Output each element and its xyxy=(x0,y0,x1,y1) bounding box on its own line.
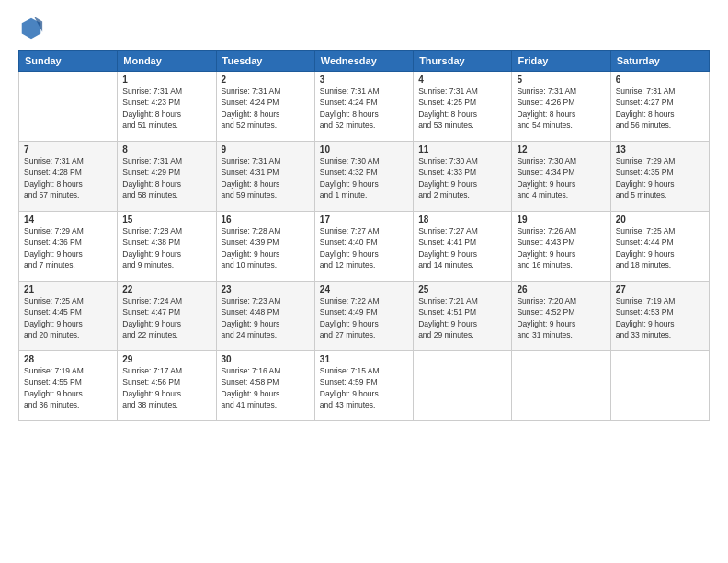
day-number: 19 xyxy=(517,214,605,224)
day-cell: 17Sunrise: 7:27 AM Sunset: 4:40 PM Dayli… xyxy=(314,212,413,282)
day-cell: 31Sunrise: 7:15 AM Sunset: 4:59 PM Dayli… xyxy=(314,351,413,421)
day-info: Sunrise: 7:30 AM Sunset: 4:33 PM Dayligh… xyxy=(418,155,506,201)
day-cell: 23Sunrise: 7:23 AM Sunset: 4:48 PM Dayli… xyxy=(216,282,314,351)
day-info: Sunrise: 7:20 AM Sunset: 4:52 PM Dayligh… xyxy=(517,295,605,340)
day-info: Sunrise: 7:24 AM Sunset: 4:47 PM Dayligh… xyxy=(122,295,210,340)
header xyxy=(18,15,710,40)
day-info: Sunrise: 7:31 AM Sunset: 4:23 PM Dayligh… xyxy=(122,86,210,131)
day-info: Sunrise: 7:31 AM Sunset: 4:27 PM Dayligh… xyxy=(616,86,704,131)
day-cell: 16Sunrise: 7:28 AM Sunset: 4:39 PM Dayli… xyxy=(216,212,314,282)
day-number: 23 xyxy=(222,284,310,294)
day-cell: 27Sunrise: 7:19 AM Sunset: 4:53 PM Dayli… xyxy=(610,282,709,351)
day-cell xyxy=(610,351,709,421)
day-number: 1 xyxy=(122,75,210,85)
day-cell: 22Sunrise: 7:24 AM Sunset: 4:47 PM Dayli… xyxy=(118,282,216,351)
day-number: 11 xyxy=(418,144,506,155)
day-number: 16 xyxy=(222,214,310,224)
week-row-4: 21Sunrise: 7:25 AM Sunset: 4:45 PM Dayli… xyxy=(19,282,710,351)
day-number: 28 xyxy=(24,354,112,364)
day-cell: 15Sunrise: 7:28 AM Sunset: 4:38 PM Dayli… xyxy=(118,212,216,282)
day-info: Sunrise: 7:25 AM Sunset: 4:44 PM Dayligh… xyxy=(616,225,704,270)
day-cell: 26Sunrise: 7:20 AM Sunset: 4:52 PM Dayli… xyxy=(512,282,610,351)
day-number: 18 xyxy=(418,214,506,224)
day-cell: 28Sunrise: 7:19 AM Sunset: 4:55 PM Dayli… xyxy=(19,351,118,421)
day-number: 6 xyxy=(616,75,704,85)
day-info: Sunrise: 7:28 AM Sunset: 4:38 PM Dayligh… xyxy=(122,225,210,270)
day-cell: 7Sunrise: 7:31 AM Sunset: 4:28 PM Daylig… xyxy=(19,142,118,212)
day-info: Sunrise: 7:23 AM Sunset: 4:48 PM Dayligh… xyxy=(222,295,310,340)
day-header-wednesday: Wednesday xyxy=(314,51,413,72)
day-cell: 10Sunrise: 7:30 AM Sunset: 4:32 PM Dayli… xyxy=(314,142,413,212)
logo xyxy=(18,15,48,40)
day-info: Sunrise: 7:19 AM Sunset: 4:53 PM Dayligh… xyxy=(616,295,704,340)
day-number: 30 xyxy=(222,354,310,364)
day-info: Sunrise: 7:31 AM Sunset: 4:29 PM Dayligh… xyxy=(122,155,210,201)
day-cell: 4Sunrise: 7:31 AM Sunset: 4:25 PM Daylig… xyxy=(414,72,512,142)
day-cell: 13Sunrise: 7:29 AM Sunset: 4:35 PM Dayli… xyxy=(610,142,709,212)
day-number: 13 xyxy=(616,144,704,155)
day-header-tuesday: Tuesday xyxy=(216,51,314,72)
day-number: 9 xyxy=(222,144,310,155)
day-info: Sunrise: 7:31 AM Sunset: 4:26 PM Dayligh… xyxy=(517,86,605,131)
day-cell: 2Sunrise: 7:31 AM Sunset: 4:24 PM Daylig… xyxy=(216,72,314,142)
day-info: Sunrise: 7:30 AM Sunset: 4:32 PM Dayligh… xyxy=(320,155,408,201)
day-number: 14 xyxy=(24,214,112,224)
day-cell: 21Sunrise: 7:25 AM Sunset: 4:45 PM Dayli… xyxy=(19,282,118,351)
day-header-saturday: Saturday xyxy=(610,51,709,72)
day-cell: 9Sunrise: 7:31 AM Sunset: 4:31 PM Daylig… xyxy=(216,142,314,212)
day-info: Sunrise: 7:22 AM Sunset: 4:49 PM Dayligh… xyxy=(320,295,408,340)
day-info: Sunrise: 7:29 AM Sunset: 4:35 PM Dayligh… xyxy=(616,155,704,201)
day-cell: 8Sunrise: 7:31 AM Sunset: 4:29 PM Daylig… xyxy=(118,142,216,212)
day-cell: 5Sunrise: 7:31 AM Sunset: 4:26 PM Daylig… xyxy=(512,72,610,142)
week-row-1: 1Sunrise: 7:31 AM Sunset: 4:23 PM Daylig… xyxy=(19,72,710,142)
day-number: 12 xyxy=(517,144,605,155)
day-cell: 29Sunrise: 7:17 AM Sunset: 4:56 PM Dayli… xyxy=(118,351,216,421)
day-info: Sunrise: 7:19 AM Sunset: 4:55 PM Dayligh… xyxy=(24,365,112,410)
day-info: Sunrise: 7:29 AM Sunset: 4:36 PM Dayligh… xyxy=(24,225,112,270)
days-header-row: SundayMondayTuesdayWednesdayThursdayFrid… xyxy=(19,51,710,72)
day-number: 3 xyxy=(320,75,408,85)
day-cell: 18Sunrise: 7:27 AM Sunset: 4:41 PM Dayli… xyxy=(414,212,512,282)
day-cell: 25Sunrise: 7:21 AM Sunset: 4:51 PM Dayli… xyxy=(414,282,512,351)
day-number: 27 xyxy=(616,284,704,294)
day-number: 24 xyxy=(320,284,408,294)
day-info: Sunrise: 7:30 AM Sunset: 4:34 PM Dayligh… xyxy=(517,155,605,201)
calendar-table: SundayMondayTuesdayWednesdayThursdayFrid… xyxy=(18,50,710,421)
day-info: Sunrise: 7:16 AM Sunset: 4:58 PM Dayligh… xyxy=(222,365,310,410)
day-number: 25 xyxy=(418,284,506,294)
day-cell: 24Sunrise: 7:22 AM Sunset: 4:49 PM Dayli… xyxy=(314,282,413,351)
day-header-friday: Friday xyxy=(512,51,610,72)
day-info: Sunrise: 7:17 AM Sunset: 4:56 PM Dayligh… xyxy=(122,365,210,410)
day-number: 31 xyxy=(320,354,408,364)
day-number: 21 xyxy=(24,284,112,294)
day-info: Sunrise: 7:25 AM Sunset: 4:45 PM Dayligh… xyxy=(24,295,112,340)
day-cell: 6Sunrise: 7:31 AM Sunset: 4:27 PM Daylig… xyxy=(610,72,709,142)
day-number: 26 xyxy=(517,284,605,294)
day-info: Sunrise: 7:26 AM Sunset: 4:43 PM Dayligh… xyxy=(517,225,605,270)
day-number: 8 xyxy=(122,144,210,155)
week-row-5: 28Sunrise: 7:19 AM Sunset: 4:55 PM Dayli… xyxy=(19,351,710,421)
day-cell: 14Sunrise: 7:29 AM Sunset: 4:36 PM Dayli… xyxy=(19,212,118,282)
day-cell: 20Sunrise: 7:25 AM Sunset: 4:44 PM Dayli… xyxy=(610,212,709,282)
week-row-2: 7Sunrise: 7:31 AM Sunset: 4:28 PM Daylig… xyxy=(19,142,710,212)
day-info: Sunrise: 7:21 AM Sunset: 4:51 PM Dayligh… xyxy=(418,295,506,340)
day-header-sunday: Sunday xyxy=(19,51,118,72)
day-info: Sunrise: 7:31 AM Sunset: 4:25 PM Dayligh… xyxy=(418,86,506,131)
day-info: Sunrise: 7:27 AM Sunset: 4:40 PM Dayligh… xyxy=(320,225,408,270)
day-number: 15 xyxy=(122,214,210,224)
day-info: Sunrise: 7:31 AM Sunset: 4:24 PM Dayligh… xyxy=(222,86,310,131)
day-header-monday: Monday xyxy=(118,51,216,72)
day-number: 2 xyxy=(222,75,310,85)
page: SundayMondayTuesdayWednesdayThursdayFrid… xyxy=(0,0,728,563)
day-info: Sunrise: 7:15 AM Sunset: 4:59 PM Dayligh… xyxy=(320,365,408,410)
day-info: Sunrise: 7:31 AM Sunset: 4:31 PM Dayligh… xyxy=(222,155,310,201)
day-cell: 12Sunrise: 7:30 AM Sunset: 4:34 PM Dayli… xyxy=(512,142,610,212)
day-cell: 30Sunrise: 7:16 AM Sunset: 4:58 PM Dayli… xyxy=(216,351,314,421)
day-cell xyxy=(414,351,512,421)
day-cell xyxy=(19,72,118,142)
day-header-thursday: Thursday xyxy=(414,51,512,72)
logo-icon xyxy=(18,15,44,40)
day-number: 10 xyxy=(320,144,408,155)
day-info: Sunrise: 7:31 AM Sunset: 4:28 PM Dayligh… xyxy=(24,155,112,201)
day-number: 17 xyxy=(320,214,408,224)
